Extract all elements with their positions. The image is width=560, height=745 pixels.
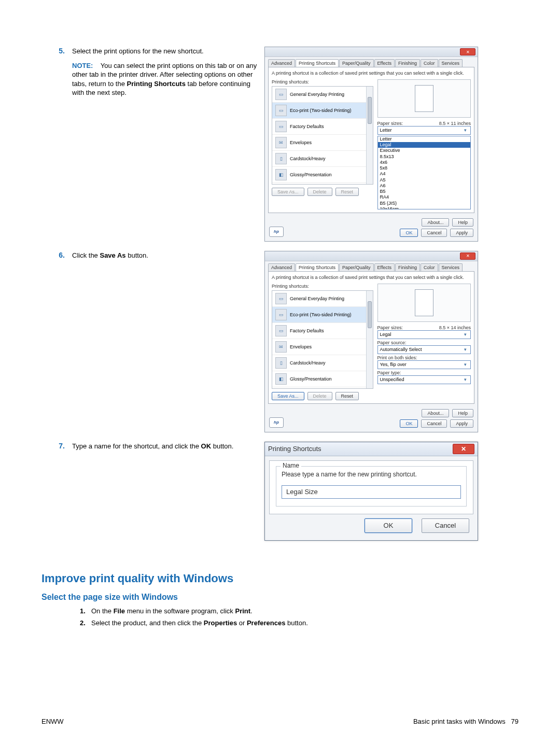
delete-button[interactable]: Delete (307, 188, 332, 196)
cancel-button[interactable]: Cancel (422, 518, 469, 533)
shortcut-list[interactable]: ▭General Everyday Printing ▭Eco-print (T… (272, 290, 373, 389)
tab-services[interactable]: Services (439, 59, 463, 67)
save-as-button[interactable]: Save As... (272, 188, 304, 196)
shortcuts-label: Printing shortcuts: (272, 79, 373, 85)
subsection-heading: Select the page size with Windows (41, 593, 519, 602)
shortcuts-label: Printing shortcuts: (272, 284, 373, 289)
list-item[interactable]: ◧Glossy/Presentation (272, 167, 373, 183)
dialog-intro: A printing shortcut is a collection of s… (272, 71, 471, 76)
list-item[interactable]: ◧Glossy/Presentation (272, 371, 373, 387)
list-item[interactable]: ✉Envelopes (272, 339, 373, 355)
dialog-title: Printing Shortcuts (268, 445, 321, 453)
list-item[interactable]: ▭Eco-print (Two-sided Printing) (272, 307, 373, 323)
chevron-down-icon: ▾ (462, 128, 468, 133)
printer-properties-dialog: ✕ Advanced Printing Shortcuts Paper/Qual… (264, 251, 478, 432)
shortcut-icon: ▯ (275, 357, 287, 369)
shortcut-icon: ◧ (275, 169, 287, 180)
ok-button[interactable]: OK (400, 229, 418, 237)
page-preview (377, 284, 471, 322)
close-icon[interactable]: ✕ (460, 252, 475, 260)
ok-button[interactable]: OK (365, 518, 412, 533)
close-icon[interactable]: ✕ (453, 444, 474, 454)
list-item[interactable]: ▭General Everyday Printing (272, 291, 373, 307)
scrollbar[interactable] (366, 87, 373, 184)
step-number: 7. (41, 442, 72, 451)
dialog-titlebar: ✕ (265, 251, 478, 261)
cancel-button[interactable]: Cancel (421, 229, 447, 237)
dialog-titlebar: Printing Shortcuts ✕ (265, 442, 478, 456)
help-button[interactable]: Help (452, 409, 473, 417)
dialog-titlebar: ✕ (265, 47, 478, 57)
cancel-button[interactable]: Cancel (421, 419, 447, 428)
step-number: 6. (41, 251, 72, 260)
tab-paper-quality[interactable]: Paper/Quality (339, 263, 374, 271)
paper-size-combo[interactable]: Letter▾ (377, 126, 471, 135)
step-body: Select the print options for the new sho… (72, 47, 264, 97)
apply-button[interactable]: Apply (450, 229, 473, 237)
paper-type-combo[interactable]: Unspecified▾ (377, 375, 471, 384)
shortcut-icon: ▭ (275, 309, 287, 320)
paper-source-combo[interactable]: Automatically Select▾ (377, 345, 471, 354)
list-item[interactable]: ✉Envelopes (272, 135, 373, 151)
ok-button[interactable]: OK (400, 419, 418, 428)
close-icon[interactable]: ✕ (460, 48, 475, 55)
tab-effects[interactable]: Effects (374, 59, 395, 67)
shortcut-name-dialog: Printing Shortcuts ✕ Name Please type a … (264, 442, 478, 541)
reset-button[interactable]: Reset (335, 392, 359, 400)
delete-button[interactable]: Delete (307, 392, 332, 400)
about-button[interactable]: About... (422, 218, 449, 227)
tab-advanced[interactable]: Advanced (268, 263, 295, 271)
dialog-tabs: Advanced Printing Shortcuts Paper/Qualit… (265, 261, 478, 271)
tab-paper-quality[interactable]: Paper/Quality (339, 59, 374, 67)
paper-source-label: Paper source: (377, 340, 471, 345)
paper-type-label: Paper type: (377, 370, 471, 375)
footer-right: Basic print tasks with Windows 79 (413, 718, 519, 725)
hp-logo: hp (269, 227, 284, 237)
note-label: NOTE: (72, 62, 93, 69)
both-sides-label: Print on both sides: (377, 355, 471, 360)
printer-properties-dialog: ✕ Advanced Printing Shortcuts Paper/Qual… (264, 47, 478, 242)
shortcut-name-input[interactable] (282, 485, 461, 499)
tab-printing-shortcuts[interactable]: Printing Shortcuts (296, 59, 339, 67)
list-item[interactable]: ▭Factory Defaults (272, 119, 373, 135)
list-item[interactable]: ▯Cardstock/Heavy (272, 355, 373, 371)
step-body: Click the Save As button. (72, 251, 264, 260)
footer-left: ENWW (41, 718, 64, 725)
list-item[interactable]: ▭Factory Defaults (272, 323, 373, 339)
chevron-down-icon: ▾ (462, 347, 468, 352)
shortcut-icon: ✉ (275, 341, 287, 353)
shortcut-icon: ✉ (275, 137, 287, 148)
paper-sizes-label: Paper sizes: 8.5 × 14 inches (377, 325, 471, 330)
tab-finishing[interactable]: Finishing (395, 263, 420, 271)
list-item[interactable]: ▭General Everyday Printing (272, 87, 373, 103)
both-sides-combo[interactable]: Yes, flip over▾ (377, 360, 471, 369)
tab-effects[interactable]: Effects (374, 263, 395, 271)
about-button[interactable]: About... (422, 409, 449, 417)
save-as-button[interactable]: Save As... (272, 392, 304, 400)
chevron-down-icon: ▾ (462, 377, 468, 382)
help-button[interactable]: Help (452, 218, 473, 227)
dialog-intro: A printing shortcut is a collection of s… (272, 275, 471, 280)
step-number: 5. (41, 47, 72, 97)
shortcut-icon: ▭ (275, 89, 287, 100)
tab-finishing[interactable]: Finishing (395, 59, 420, 67)
paper-size-dropdown-open[interactable]: Letter Legal Executive 8.5x13 4x6 5x8 A4… (377, 136, 471, 209)
list-item[interactable]: ▭Eco-print (Two-sided Printing) (272, 103, 373, 119)
tab-advanced[interactable]: Advanced (268, 59, 295, 67)
tab-services[interactable]: Services (439, 263, 463, 271)
shortcut-icon: ▭ (275, 105, 287, 116)
tab-color[interactable]: Color (421, 263, 438, 271)
dialog-prompt: Please type a name for the new printing … (282, 471, 461, 478)
apply-button[interactable]: Apply (450, 419, 473, 428)
scrollbar[interactable] (366, 291, 373, 388)
reset-button[interactable]: Reset (335, 188, 359, 196)
shortcut-list[interactable]: ▭General Everyday Printing ▭Eco-print (T… (272, 86, 373, 185)
list-item[interactable]: ▯Cardstock/Heavy (272, 151, 373, 167)
shortcut-icon: ▭ (275, 325, 287, 336)
paper-size-combo[interactable]: Legal▾ (377, 330, 471, 339)
chevron-down-icon: ▾ (462, 362, 468, 367)
chevron-down-icon: ▾ (462, 332, 468, 337)
dialog-tabs: Advanced Printing Shortcuts Paper/Qualit… (265, 57, 478, 67)
tab-color[interactable]: Color (421, 59, 438, 67)
tab-printing-shortcuts[interactable]: Printing Shortcuts (296, 263, 339, 271)
